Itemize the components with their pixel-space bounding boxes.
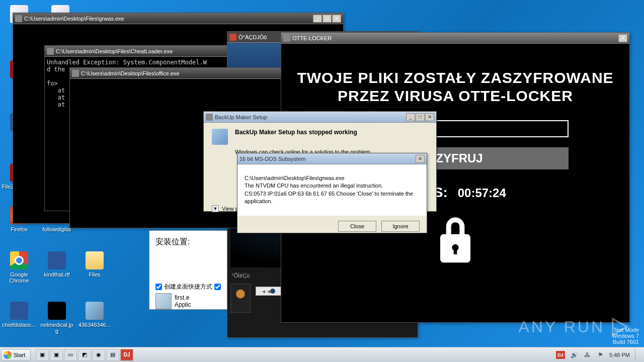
cmd-icon — [15, 15, 22, 22]
file-icon — [86, 302, 104, 320]
titlebar[interactable]: C:\Users\admin\Desktop\Files\grwas.exe _… — [13, 13, 343, 24]
start-label: Start — [14, 352, 25, 358]
system-tray: DJ 🔊 🖧 ⚑ 5:48 PM — [556, 349, 643, 361]
close-button[interactable]: Close — [338, 221, 376, 232]
maximize-button[interactable]: □ — [323, 15, 332, 23]
network-icon[interactable]: 🖧 — [583, 351, 591, 359]
installer-app-icon — [155, 293, 172, 309]
msdos-line: CS:0573 IP:01a6 OP:63 6b 61 67 65 Choose… — [245, 190, 420, 206]
ignore-button[interactable]: Ignore — [381, 221, 420, 232]
titlebar[interactable]: BackUp Maker Setup _ □ ✕ — [204, 112, 436, 123]
checkbox[interactable] — [155, 284, 162, 290]
desktop-icon[interactable]: kindthat.rtf — [39, 251, 74, 278]
app-crash-icon — [212, 129, 228, 145]
task-item[interactable]: ◉ — [92, 349, 105, 361]
install-location-label: 安装位置: — [155, 237, 221, 247]
task-item[interactable]: ▣ — [36, 349, 49, 361]
installer-text: Applic — [175, 301, 191, 308]
quicklaunch: ▣ ▣ ▭ ◩ ◉ ▤ DJ — [36, 349, 133, 361]
icon-label: Files — [77, 272, 112, 278]
desktop-icon[interactable]: Google Chrome — [2, 251, 37, 284]
desktop-icon[interactable]: Files — [77, 251, 112, 278]
windows-watermark: Test Mode Windows 7 Build 7601 — [612, 327, 639, 345]
minimize-button[interactable]: _ — [406, 113, 415, 121]
title-text: BackUp Maker Setup — [215, 114, 406, 120]
watermark-line: Windows 7 — [612, 333, 639, 339]
view-details-dropdown[interactable]: ▼ View p — [212, 205, 238, 212]
desktop-icon[interactable]: netmedical.jpg — [39, 302, 74, 334]
file-icon — [86, 251, 104, 269]
msdos-dialog[interactable]: 16 bit MS-DOS Subsystem ✕ C:\Users\admin… — [237, 153, 427, 233]
icon-label: chiefdistanc... — [2, 322, 37, 328]
clock[interactable]: 5:48 PM — [609, 352, 630, 358]
icon-label: Firefox — [2, 226, 37, 232]
otte-heading: TWOJE PLIKI ZOSTAŁY ZASZYFROWANE PRZEZ V… — [296, 69, 614, 105]
task-item[interactable]: ◩ — [78, 349, 91, 361]
speaker-icon — [230, 284, 251, 313]
windows-icon — [4, 351, 12, 359]
icon-label: kindthat.rtf — [39, 272, 74, 278]
window-icon — [283, 35, 290, 42]
progress-thumb[interactable] — [270, 289, 275, 294]
lock-icon — [435, 216, 475, 266]
file-icon — [10, 302, 28, 320]
chevron-down-icon[interactable]: ▼ — [212, 205, 219, 212]
dropdown-label: View p — [222, 206, 238, 212]
icon-label: netmedical.jpg — [39, 322, 74, 334]
close-button[interactable]: ✕ — [416, 155, 425, 163]
title-text: C:\Users\admin\Desktop\Files\grwas.exe — [24, 16, 313, 22]
window-icon — [206, 114, 213, 121]
taskbar[interactable]: Start ▣ ▣ ▭ ◩ ◉ ▤ DJ DJ 🔊 🖧 ⚑ 5:48 PM — [0, 347, 644, 362]
dialog-text: C:\Users\admin\Desktop\Files\grwas.exe T… — [237, 164, 427, 216]
checkbox-label: 创建桌面快捷方式 — [164, 283, 212, 291]
file-icon — [48, 251, 66, 269]
volume-icon[interactable]: 🔊 — [570, 351, 578, 359]
show-desktop-button[interactable] — [635, 349, 639, 361]
task-item[interactable]: ▤ — [106, 349, 119, 361]
anyrun-text: ANY RUN — [519, 318, 605, 336]
file-icon — [10, 251, 28, 269]
timer-value: 00:57:24 — [458, 186, 506, 200]
titlebar[interactable]: 16 bit MS-DOS Subsystem ✕ — [237, 153, 427, 164]
dialog-body: C:\Users\admin\Desktop\Files\grwas.exe T… — [237, 164, 427, 233]
dj-icon — [229, 34, 236, 41]
task-item[interactable]: ▭ — [64, 349, 77, 361]
minimize-button[interactable]: _ — [313, 15, 322, 23]
installer-text: first.e — [175, 294, 191, 301]
watermark-line: Test Mode — [612, 327, 639, 333]
title-text: OTTE-LOCKER — [292, 35, 618, 41]
watermark-line: Build 7601 — [612, 339, 639, 345]
installer-fragment: 安装位置: 创建桌面快捷方式 first.e Applic — [149, 230, 227, 310]
title-text: C:\Users\admin\Desktop\Files\office.exe — [81, 70, 300, 76]
desktop-icon[interactable]: 436346346... — [77, 302, 112, 328]
tray-dj-icon[interactable]: DJ — [556, 351, 565, 359]
checkbox[interactable] — [214, 284, 221, 290]
cmd-icon — [72, 70, 79, 77]
start-button[interactable]: Start — [1, 349, 31, 361]
msdos-line: C:\Users\admin\Desktop\Files\grwas.exe — [245, 174, 420, 182]
task-item-dj[interactable]: DJ — [120, 349, 133, 361]
close-button[interactable]: ✕ — [425, 113, 434, 121]
desktop-icon[interactable]: chiefdistanc... — [2, 302, 37, 328]
desktop-shortcut-checkbox[interactable]: 创建桌面快捷方式 — [155, 283, 221, 291]
dialog-heading: BackUp Maker Setup has stopped working — [235, 129, 357, 136]
close-button[interactable]: ✕ — [618, 34, 627, 42]
maximize-button[interactable]: □ — [416, 113, 425, 121]
title-text: 16 bit MS-DOS Subsystem — [239, 156, 416, 162]
close-button[interactable]: ✕ — [332, 15, 341, 23]
prev-icon[interactable]: ◄◄ — [261, 289, 271, 294]
icon-label: 436346346... — [77, 322, 112, 328]
titlebar[interactable]: OTTE-LOCKER ✕ — [281, 33, 629, 44]
file-icon — [48, 302, 66, 320]
cmd-icon — [47, 48, 54, 55]
msdos-line: The NTVDM CPU has encountered an illegal… — [245, 182, 420, 190]
flag-icon[interactable]: ⚑ — [596, 351, 604, 359]
task-item[interactable]: ▣ — [50, 349, 63, 361]
icon-label: Google Chrome — [2, 272, 37, 284]
